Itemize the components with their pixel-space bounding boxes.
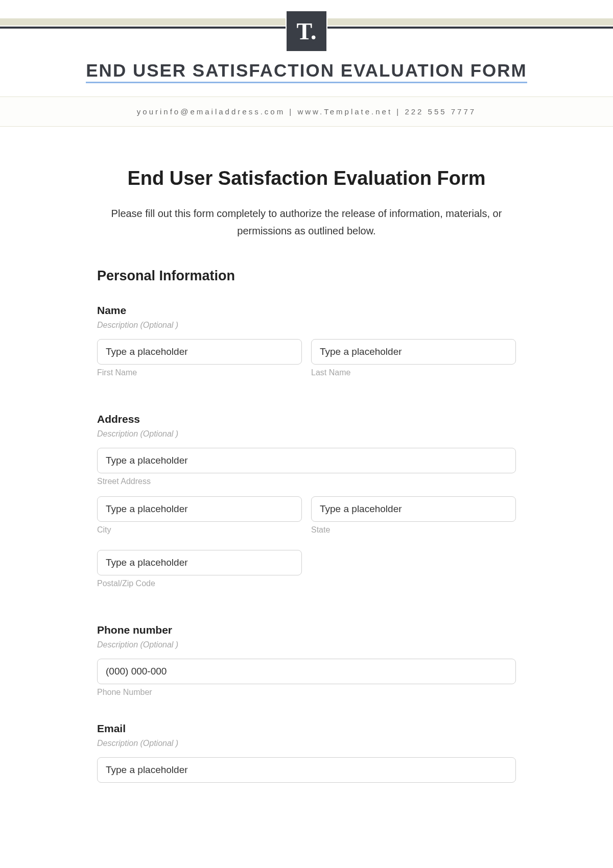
contact-phone: 222 555 7777 xyxy=(405,107,476,116)
logo: T. xyxy=(286,10,327,52)
logo-text: T. xyxy=(297,18,317,45)
page-title: End User Satisfaction Evaluation Form xyxy=(97,167,516,189)
address-label: Address xyxy=(97,413,516,425)
separator: | xyxy=(396,107,405,116)
email-label: Email xyxy=(97,722,516,735)
last-name-sublabel: Last Name xyxy=(311,368,516,377)
banner-title: END USER SATISFACTION EVALUATION FORM xyxy=(86,60,527,83)
page-description: Please fill out this form completely to … xyxy=(97,205,516,239)
phone-label: Phone number xyxy=(97,624,516,636)
phone-input[interactable] xyxy=(97,659,516,684)
address-description: Description (Optional ) xyxy=(97,429,516,439)
contact-site: www.Template.net xyxy=(297,107,392,116)
email-input[interactable] xyxy=(97,757,516,783)
field-group-address: Address Description (Optional ) Street A… xyxy=(97,413,516,598)
last-name-input[interactable] xyxy=(311,339,516,365)
separator: | xyxy=(289,107,297,116)
field-group-phone: Phone number Description (Optional ) Pho… xyxy=(97,624,516,697)
first-name-input[interactable] xyxy=(97,339,302,365)
first-name-sublabel: First Name xyxy=(97,368,302,377)
postal-code-input[interactable] xyxy=(97,550,302,575)
state-input[interactable] xyxy=(311,496,516,522)
street-address-input[interactable] xyxy=(97,448,516,473)
email-description: Description (Optional ) xyxy=(97,739,516,748)
street-address-sublabel: Street Address xyxy=(97,477,516,486)
city-sublabel: City xyxy=(97,525,302,535)
field-group-email: Email Description (Optional ) xyxy=(97,722,516,783)
form-content: End User Satisfaction Evaluation Form Pl… xyxy=(66,127,547,783)
state-sublabel: State xyxy=(311,525,516,535)
name-description: Description (Optional ) xyxy=(97,321,516,330)
city-input[interactable] xyxy=(97,496,302,522)
field-group-name: Name Description (Optional ) First Name … xyxy=(97,304,516,388)
header-banner: T. END USER SATISFACTION EVALUATION FORM… xyxy=(0,0,613,127)
phone-description: Description (Optional ) xyxy=(97,640,516,649)
contact-bar: yourinfo@emailaddress.com | www.Template… xyxy=(0,97,613,127)
postal-code-sublabel: Postal/Zip Code xyxy=(97,579,302,588)
contact-email: yourinfo@emailaddress.com xyxy=(137,107,285,116)
name-label: Name xyxy=(97,304,516,317)
section-personal-info: Personal Information xyxy=(97,268,516,284)
phone-sublabel: Phone Number xyxy=(97,688,516,697)
